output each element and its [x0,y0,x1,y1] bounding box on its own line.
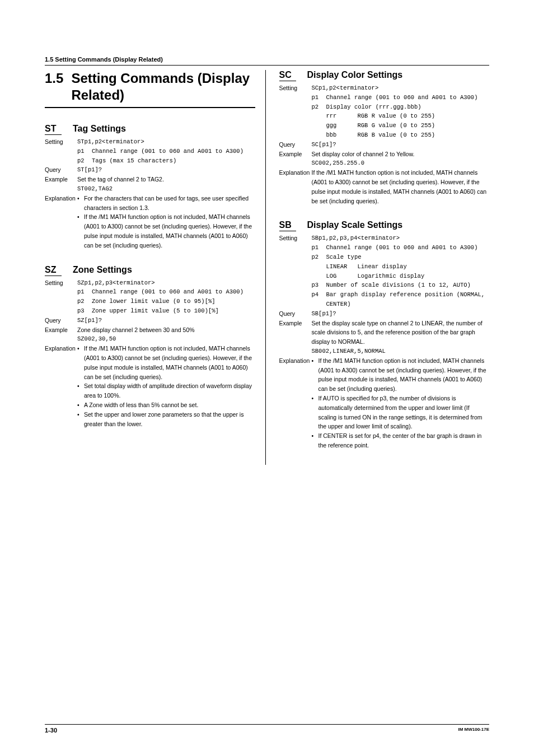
section-title: 1.5 Setting Commands (Display Related) [45,70,255,108]
label-setting: Setting [45,137,77,165]
param-val: Tags (max 15 characters) [92,156,255,166]
page: 1.5 Setting Commands (Display Related) 1… [0,0,534,756]
param-val: Display color (rrr.ggg.bbb) [326,102,490,112]
subparam-val: RGB B value (0 to 255) [358,130,490,140]
label-explanation: Explanation [279,356,312,450]
cmd-name: Display Scale Settings [307,220,403,230]
label-explanation: Explanation [45,344,77,428]
cmd-code: SZ [45,265,62,276]
explanation-text: If the /M1 MATH function option is not i… [312,168,490,206]
subparam-key: LOG [326,272,353,281]
list-item: If the /M1 MATH function option is not i… [77,344,255,381]
example-code: SC002,255.255.0 [312,158,490,168]
columns: 1.5 Setting Commands (Display Related) S… [45,70,489,465]
list-item: Set the upper and lower zone parameters … [77,410,255,429]
subparam-key: LINEAR [326,262,353,272]
page-number: 1-30 [45,727,57,734]
label-setting: Setting [279,234,312,309]
param-val: Bar graph display reference position (NO… [326,290,490,309]
cmd-name: Display Color Settings [307,70,403,80]
label-query: Query [45,316,77,325]
query: SC[p1]? [312,140,490,150]
query: ST[p1]? [77,165,255,175]
label-explanation: Explanation [279,168,312,206]
section-name: Setting Commands (Display Related) [71,70,255,104]
param-key: p1 [312,243,322,253]
param-val: Channel range (001 to 060 and A001 to A3… [326,93,490,102]
param-key: p2 [312,102,322,112]
syntax: SBp1,p2,p3,p4<terminator> [312,234,490,243]
subparam-val: RGB G value (0 to 255) [358,121,490,130]
right-column: SC Display Color Settings Setting SCp1,p… [279,70,490,465]
list-item: For the characters that can be used for … [77,194,255,213]
example-code: SB002,LINEAR,5,NORMAL [312,347,490,356]
label-query: Query [45,165,77,175]
query: SB[p1]? [312,309,490,319]
cmd-name: Tag Settings [73,124,126,134]
param-key: p3 [312,281,322,290]
param-val: Zone upper limit value (5 to 100)[%] [92,306,255,316]
cmd-code: ST [45,124,62,135]
param-val: Zone lower limit value (0 to 95)[%] [92,297,255,306]
cmd-name: Zone Settings [73,265,132,275]
example-text: Zone display channel 2 between 30 and 50… [77,325,255,335]
param-val: Number of scale divisions (1 to 12, AUTO… [326,281,490,290]
query: SZ[p1]? [77,316,255,325]
explanation-list: If the /M1 MATH function option is not i… [77,344,255,428]
syntax: SZp1,p2,p3<terminator> [77,278,255,288]
label-example: Example [45,175,77,194]
param-val: Channel range (001 to 060 and A001 to A3… [92,147,255,156]
page-footer: 1-30 IM MW100-17E [45,724,489,734]
explanation-list: For the characters that can be used for … [77,194,255,250]
example-code: ST002,TAG2 [77,184,255,194]
section-number: 1.5 [45,71,63,86]
param-key: p3 [77,306,87,316]
param-val: Channel range (001 to 060 and A001 to A3… [92,287,255,297]
list-item: If the /M1 MATH function option is not i… [312,356,490,394]
command-sz: SZ Zone Settings Setting SZp1,p2,p3<term… [45,265,255,429]
subparam-val: RGB R value (0 to 255) [358,111,490,121]
cmd-code: SC [279,70,296,81]
example-text: Set display color of channel 2 to Yellow… [312,150,490,159]
running-header: 1.5 Setting Commands (Display Related) [45,56,489,66]
command-st: ST Tag Settings Setting STp1,p2<terminat… [45,124,255,250]
param-key: p1 [77,147,87,156]
param-val: Scale type [326,253,490,262]
param-key: p1 [312,93,322,102]
syntax: SCp1,p2<terminator> [312,83,490,93]
param-key: p4 [312,290,322,309]
subparam-key: ggg [326,121,353,130]
example-code: SZ002,30,50 [77,334,255,344]
label-example: Example [279,319,312,356]
left-column: 1.5 Setting Commands (Display Related) S… [45,70,266,465]
subparam-key: bbb [326,130,353,140]
param-key: p2 [312,253,322,262]
doc-id: IM MW100-17E [458,727,489,734]
param-key: p1 [77,287,87,297]
label-example: Example [279,150,312,169]
param-key: p2 [77,297,87,306]
list-item: If the /M1 MATH function option is not i… [77,212,255,250]
example-text: Set the display scale type on channel 2 … [312,319,490,347]
label-query: Query [279,309,312,319]
label-setting: Setting [45,278,77,316]
label-explanation: Explanation [45,194,77,250]
subparam-key: rrr [326,111,353,121]
command-sc: SC Display Color Settings Setting SCp1,p… [279,70,490,206]
subparam-val: Logarithmic display [358,272,490,281]
explanation-list: If the /M1 MATH function option is not i… [312,356,490,450]
list-item: Set total display width of amplitude dir… [77,381,255,400]
subparam-val: Linear display [358,262,490,272]
param-val: Channel range (001 to 060 and A001 to A3… [326,243,490,253]
list-item: If AUTO is specified for p3, the number … [312,394,490,431]
label-setting: Setting [279,83,312,140]
label-query: Query [279,140,312,150]
param-key: p2 [77,156,87,166]
cmd-code: SB [279,220,296,231]
list-item: If CENTER is set for p4, the center of t… [312,431,490,450]
example-text: Set the tag of channel 2 to TAG2. [77,175,255,184]
list-item: A Zone width of less than 5% cannot be s… [77,400,255,410]
label-example: Example [45,325,77,344]
command-sb: SB Display Scale Settings Setting SBp1,p… [279,220,490,450]
syntax: STp1,p2<terminator> [77,137,255,147]
